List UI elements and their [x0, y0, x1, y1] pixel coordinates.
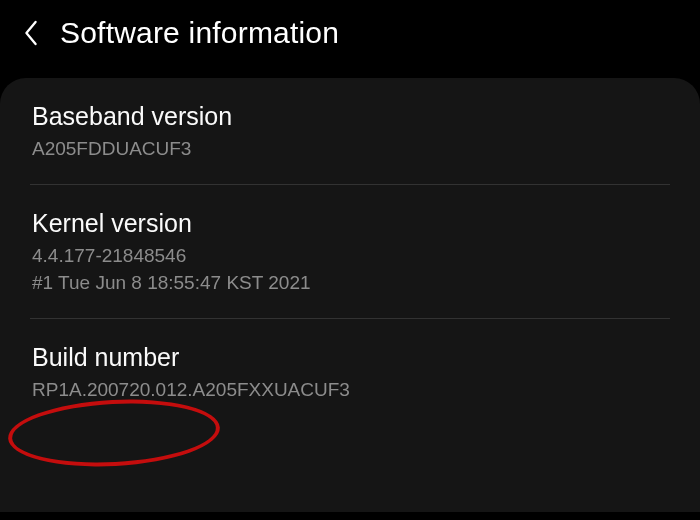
- page-title: Software information: [60, 16, 339, 50]
- item-value: RP1A.200720.012.A205FXXUACUF3: [32, 376, 668, 404]
- app-header: Software information: [0, 0, 700, 78]
- item-value-line2: #1 Tue Jun 8 18:55:47 KST 2021: [32, 269, 668, 297]
- item-value-line1: 4.4.177-21848546: [32, 242, 668, 270]
- item-title: Baseband version: [32, 102, 668, 131]
- settings-list: Baseband version A205FDDUACUF3 Kernel ve…: [0, 78, 700, 512]
- item-value: A205FDDUACUF3: [32, 135, 668, 163]
- list-item-baseband-version[interactable]: Baseband version A205FDDUACUF3: [0, 78, 700, 185]
- list-item-kernel-version[interactable]: Kernel version 4.4.177-21848546 #1 Tue J…: [0, 185, 700, 319]
- item-title: Kernel version: [32, 209, 668, 238]
- back-icon[interactable]: [20, 17, 42, 49]
- item-title: Build number: [32, 343, 668, 372]
- list-item-build-number[interactable]: Build number RP1A.200720.012.A205FXXUACU…: [0, 319, 700, 426]
